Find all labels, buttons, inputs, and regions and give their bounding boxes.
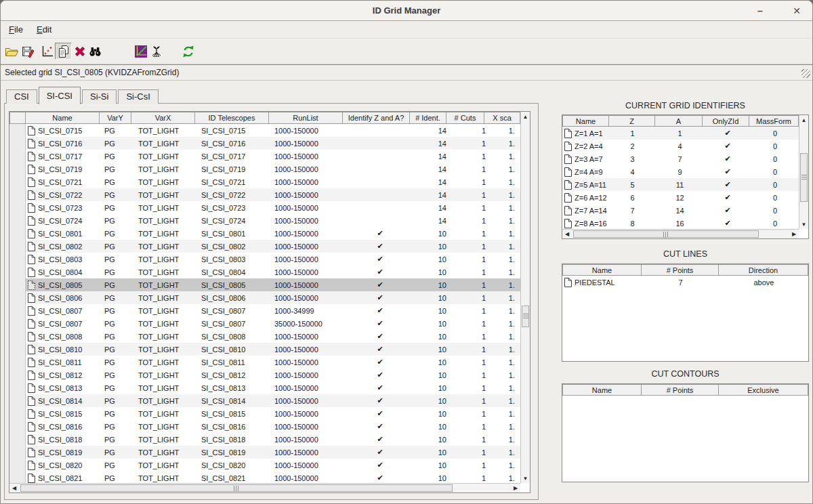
scroll-left-icon[interactable]	[9, 484, 19, 492]
column-header-runlist[interactable]: RunList	[268, 112, 343, 124]
table-row[interactable]: SI_CSI_0806 PG TOT_LIGHT SI_CSI_0806 100…	[9, 291, 520, 304]
cell-nident: 10	[414, 291, 451, 304]
table-row[interactable]: SI_CSI_0815 PG TOT_LIGHT SI_CSI_0815 100…	[9, 407, 520, 420]
table-row[interactable]: SI_CSI_0802 PG TOT_LIGHT SI_CSI_0802 100…	[9, 240, 520, 253]
scroll-right-icon[interactable]	[789, 230, 799, 238]
table-row[interactable]: SI_CSI_0715 PG TOT_LIGHT SI_CSI_0715 100…	[9, 124, 520, 137]
column-header-onlyzid[interactable]: OnlyZId	[702, 115, 749, 127]
scroll-up-icon[interactable]	[521, 112, 530, 121]
identifier-row[interactable]: Z=1 A=1 1 1 0	[562, 127, 799, 140]
table-row[interactable]: SI_CSI_0820 PG TOT_LIGHT SI_CSI_0820 100…	[9, 459, 520, 471]
horizontal-scroll-thumb[interactable]	[20, 484, 453, 492]
column-header-name[interactable]: Name	[562, 264, 642, 276]
delete-x-icon[interactable]	[72, 43, 87, 59]
menu-item[interactable]: Edit	[35, 23, 54, 36]
vertical-scroll-thumb[interactable]	[522, 306, 529, 327]
column-header-direction[interactable]: Direction	[718, 264, 808, 276]
cell-onlyzid	[704, 191, 751, 204]
identifier-row[interactable]: Z=2 A=4 2 4 0	[562, 140, 799, 152]
vertical-scroll-thumb[interactable]	[800, 153, 808, 202]
column-header-name[interactable]: Name	[562, 115, 609, 127]
scroll-down-icon[interactable]	[799, 219, 808, 229]
purple-grid-draw-icon[interactable]	[133, 43, 148, 59]
table-row[interactable]: SI_CSI_0717 PG TOT_LIGHT SI_CSI_0717 100…	[9, 150, 520, 163]
open-folder-icon[interactable]	[4, 43, 20, 59]
table-row[interactable]: SI_CSI_0808 PG TOT_LIGHT SI_CSI_0808 100…	[9, 330, 520, 343]
cell-runlist: 1000-150000	[272, 201, 346, 214]
identifier-row[interactable]: Z=3 A=7 3 7 0	[562, 152, 799, 165]
scroll-right-icon[interactable]	[511, 484, 520, 492]
identifier-row[interactable]: Z=5 A=11 5 11 0	[562, 178, 799, 191]
table-row[interactable]: SI_CSI_0810 PG TOT_LIGHT SI_CSI_0810 100…	[9, 343, 520, 356]
column-header-points[interactable]: # Points	[641, 384, 719, 396]
cell-idtelescopes: SI_CSI_0805	[197, 278, 272, 291]
table-row[interactable]: SI_CSI_0821 PG TOT_LIGHT SI_CSI_0821 100…	[9, 471, 520, 483]
cell-ncuts: 1	[451, 175, 490, 188]
column-header-xscale[interactable]: X sca	[484, 112, 520, 124]
cell-name: SI_CSI_0802	[26, 240, 100, 253]
scroll-left-icon[interactable]	[562, 230, 572, 238]
cut-lines-table: Name # Points Direction PIEDESTAL 7	[562, 264, 809, 362]
plot-grid-icon[interactable]	[39, 43, 55, 59]
cell-name: SI_CSI_0811	[26, 356, 100, 369]
column-header-massform[interactable]: MassForm	[749, 115, 799, 127]
tab[interactable]: CSI	[6, 89, 37, 104]
column-header-vary[interactable]: VarY	[99, 112, 131, 124]
resize-grip[interactable]	[801, 69, 810, 78]
identifier-row[interactable]: Z=7 A=14 7 14 0	[562, 204, 799, 217]
row-gutter	[9, 278, 26, 291]
table-row[interactable]: SI_CSI_0807 PG TOT_LIGHT SI_CSI_0807 100…	[9, 304, 520, 317]
document-icon	[28, 216, 35, 226]
table-row[interactable]: SI_CSI_0716 PG TOT_LIGHT SI_CSI_0716 100…	[9, 137, 520, 150]
tab[interactable]: Si-CsI	[118, 89, 158, 104]
table-row[interactable]: SI_CSI_0816 PG TOT_LIGHT SI_CSI_0816 100…	[9, 420, 520, 433]
tab[interactable]: Si-Si	[82, 89, 117, 104]
column-header-nident[interactable]: # Ident.	[409, 112, 446, 124]
horizontal-scroll-thumb[interactable]	[573, 230, 759, 238]
column-header-exclusive[interactable]: Exclusive	[718, 384, 808, 396]
column-header-points[interactable]: # Points	[641, 264, 719, 276]
column-header-a[interactable]: A	[654, 115, 703, 127]
table-row[interactable]: SI_CSI_0724 PG TOT_LIGHT SI_CSI_0724 100…	[9, 214, 520, 227]
identifier-row[interactable]: Z=8 A=16 8 16 0	[562, 217, 799, 229]
table-row[interactable]: SI_CSI_0801 PG TOT_LIGHT SI_CSI_0801 100…	[9, 227, 520, 240]
table-row[interactable]: SI_CSI_0722 PG TOT_LIGHT SI_CSI_0722 100…	[9, 188, 520, 201]
table-row[interactable]: SI_CSI_0807 PG TOT_LIGHT SI_CSI_0807 350…	[9, 317, 520, 330]
identifier-row[interactable]: Z=6 A=12 6 12 0	[562, 191, 799, 204]
scroll-up-icon[interactable]	[799, 115, 808, 125]
copy-pages-icon[interactable]	[55, 43, 72, 60]
table-row[interactable]: SI_CSI_0811 PG TOT_LIGHT SI_CSI_0811 100…	[9, 356, 520, 369]
table-row[interactable]: SI_CSI_0814 PG TOT_LIGHT SI_CSI_0814 100…	[9, 394, 520, 407]
scroll-down-icon[interactable]	[521, 474, 530, 483]
column-header-idtelescopes[interactable]: ID Telescopes	[194, 112, 269, 124]
tab[interactable]: SI-CSI	[39, 87, 81, 104]
sprout-tree-icon[interactable]	[148, 43, 164, 59]
identifier-row[interactable]: Z=4 A=9 4 9 0	[562, 165, 799, 178]
column-header-name[interactable]: Name	[562, 384, 642, 396]
table-row[interactable]: SI_CSI_0813 PG TOT_LIGHT SI_CSI_0813 100…	[9, 381, 520, 394]
table-row[interactable]: SI_CSI_0803 PG TOT_LIGHT SI_CSI_0803 100…	[9, 253, 520, 266]
binoculars-find-icon[interactable]	[87, 43, 103, 59]
horizontal-scrollbar	[9, 483, 520, 492]
table-row[interactable]: SI_CSI_0818 PG TOT_LIGHT SI_CSI_0818 100…	[9, 433, 520, 446]
cell-xscale: 1.	[490, 214, 520, 227]
save-disk-icon[interactable]	[20, 43, 35, 59]
column-header-identify[interactable]: Identify Z and A?	[342, 112, 410, 124]
column-header-z[interactable]: Z	[608, 115, 655, 127]
table-row[interactable]: SI_CSI_0719 PG TOT_LIGHT SI_CSI_0719 100…	[9, 163, 520, 175]
close-icon[interactable]	[789, 3, 804, 18]
refresh-icon[interactable]	[180, 43, 196, 59]
cell-idtelescopes: SI_CSI_0808	[197, 330, 272, 343]
column-header-ncuts[interactable]: # Cuts	[446, 112, 484, 124]
column-header-varx[interactable]: VarX	[131, 112, 195, 124]
column-header-name[interactable]: Name	[25, 112, 100, 124]
minimize-icon[interactable]	[753, 3, 768, 18]
table-row[interactable]: SI_CSI_0819 PG TOT_LIGHT SI_CSI_0819 100…	[9, 446, 520, 459]
table-row[interactable]: SI_CSI_0804 PG TOT_LIGHT SI_CSI_0804 100…	[9, 266, 520, 278]
table-row[interactable]: SI_CSI_0723 PG TOT_LIGHT SI_CSI_0723 100…	[9, 201, 520, 214]
table-row[interactable]: SI_CSI_0805 PG TOT_LIGHT SI_CSI_0805 100…	[9, 278, 520, 291]
table-row[interactable]: SI_CSI_0721 PG TOT_LIGHT SI_CSI_0721 100…	[9, 175, 520, 188]
menu-item[interactable]: File	[7, 23, 25, 36]
cut-line-row[interactable]: PIEDESTAL 7 above	[562, 276, 808, 289]
table-row[interactable]: SI_CSI_0812 PG TOT_LIGHT SI_CSI_0812 100…	[9, 369, 520, 381]
